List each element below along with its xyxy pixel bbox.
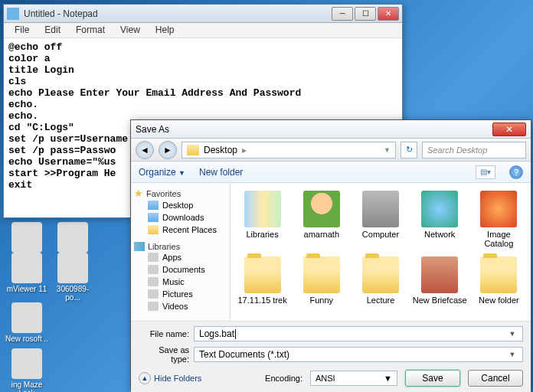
file-label: Computer [353,230,407,239]
file-label: Funny [294,296,348,305]
chevron-right-icon: ▸ [242,145,247,155]
file-label: Libraries [235,230,289,239]
sidebar-item-desktop[interactable]: Desktop [134,199,227,211]
folder-icon [362,256,399,293]
menu-format[interactable]: Format [68,23,113,38]
filename-input[interactable]: Logs.bat▼ [194,326,523,341]
sidebar-item-pictures[interactable]: Pictures [134,288,227,300]
notepad-icon [7,8,19,20]
close-button[interactable]: ✕ [378,7,399,21]
file-item[interactable]: New Briefcase [411,255,469,319]
sidebar-libraries[interactable]: Libraries [134,242,227,251]
minimize-button[interactable]: ─ [332,7,353,21]
comp-icon [362,191,399,227]
file-label: 17.11.15 trek [235,296,289,305]
close-button[interactable]: ✕ [492,122,526,136]
chevron-down-icon: ▼ [178,169,185,177]
saveas-sidebar: ★Favorites Desktop Downloads Recent Plac… [131,183,231,321]
desktop-icon[interactable]: ing Maze Lock [4,348,50,392]
file-label: amarnath [294,230,348,239]
file-label: Image Catalog [472,230,526,248]
folder-icon [480,256,517,293]
chevron-up-icon: ▲ [139,372,151,384]
notepad-title: Untitled - Notepad [24,8,332,19]
saveas-title: Save As [136,124,492,135]
back-button[interactable]: ◄ [136,141,154,159]
menu-file[interactable]: File [7,23,37,38]
menu-edit[interactable]: Edit [37,23,68,38]
menu-view[interactable]: View [113,23,148,38]
help-icon[interactable]: ? [509,165,523,179]
file-item[interactable]: 17.11.15 trek [234,255,291,319]
sidebar-item-apps[interactable]: Apps [134,251,227,263]
saveas-titlebar[interactable]: Save As ✕ [131,120,531,139]
chevron-down-icon[interactable]: ▼ [507,330,518,338]
img-icon [480,191,517,227]
net-icon [421,191,458,227]
saveas-bottom-panel: File name: Logs.bat▼ Save as type: Text … [131,321,531,392]
file-grid: LibrariesamarnathComputerNetworkImage Ca… [231,183,531,321]
case-icon [421,256,458,293]
organize-button[interactable]: Organize ▼ [139,167,185,178]
hide-folders-button[interactable]: ▲Hide Folders [139,372,201,384]
file-item[interactable]: Network [411,189,469,253]
save-as-dialog: Save As ✕ ◄ ► Desktop ▸ ▼ ↻ Search Deskt… [130,119,531,390]
encoding-label: Encoding: [265,374,302,383]
notepad-titlebar[interactable]: Untitled - Notepad ─ ☐ ✕ [4,5,402,23]
forward-button[interactable]: ► [159,141,177,159]
saveas-toolbar: Organize ▼ New folder ▤▾ ? [131,162,531,183]
refresh-button[interactable]: ↻ [401,142,417,158]
file-label: New Briefcase [413,296,467,305]
file-item[interactable]: Image Catalog [470,189,528,253]
search-input[interactable]: Search Desktop [422,142,526,158]
maximize-button[interactable]: ☐ [355,7,376,21]
new-folder-button[interactable]: New folder [199,167,243,178]
file-item[interactable]: Computer [352,189,409,253]
saveas-navbar: ◄ ► Desktop ▸ ▼ ↻ Search Desktop [131,139,531,162]
sidebar-item-documents[interactable]: Documents [134,263,227,276]
sidebar-item-music[interactable]: Music [134,276,227,288]
desktop-icon[interactable]: New rosoft .. [4,302,50,343]
file-item[interactable]: amarnath [293,189,350,253]
star-icon: ★ [134,188,143,199]
libraries-icon [134,242,145,251]
desktop-icon[interactable]: mViewer 11 [4,253,50,293]
folder-icon [244,256,281,293]
chevron-down-icon: ▼ [384,374,392,383]
savetype-select[interactable]: Text Documents (*.txt)▼ [194,347,523,362]
chevron-down-icon[interactable]: ▼ [507,351,518,358]
notepad-menubar: File Edit Format View Help [4,23,402,38]
file-item[interactable]: Lecture [352,255,409,319]
sidebar-item-downloads[interactable]: Downloads [134,211,227,224]
filename-label: File name: [139,329,194,338]
breadcrumb[interactable]: Desktop ▸ ▼ [181,142,396,158]
savetype-label: Save as type: [139,345,194,364]
folder-icon [187,145,199,155]
encoding-select[interactable]: ANSI▼ [310,371,397,386]
folder-icon [303,256,340,293]
file-item[interactable]: New folder [470,255,528,319]
user-icon [303,191,340,227]
menu-help[interactable]: Help [148,23,182,38]
libs-icon [244,191,281,227]
cancel-button[interactable]: Cancel [468,370,523,387]
sidebar-item-recent[interactable]: Recent Places [134,224,227,236]
chevron-down-icon[interactable]: ▼ [384,146,391,154]
file-item[interactable]: Libraries [234,189,291,253]
file-label: New folder [472,296,526,305]
sidebar-item-videos[interactable]: Videos [134,300,227,312]
desktop-icon[interactable]: 3060989-po... [50,253,96,302]
save-button[interactable]: Save [405,370,460,387]
file-label: Lecture [353,296,407,305]
file-label: Network [413,230,467,239]
view-options-button[interactable]: ▤▾ [476,165,495,179]
file-item[interactable]: Funny [293,255,350,319]
sidebar-favorites[interactable]: ★Favorites [134,188,227,199]
